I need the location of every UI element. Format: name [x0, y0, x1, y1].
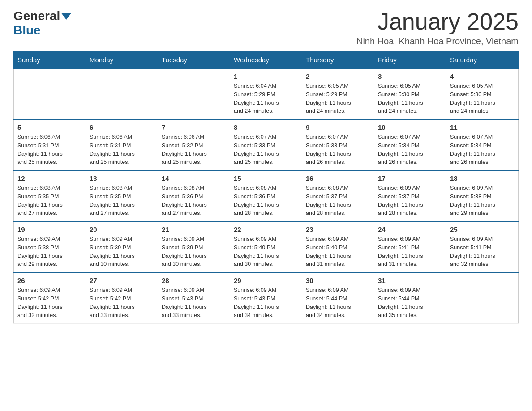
calendar-cell: 31Sunrise: 6:09 AMSunset: 5:44 PMDayligh… — [374, 273, 446, 324]
calendar-cell: 22Sunrise: 6:09 AMSunset: 5:40 PMDayligh… — [230, 222, 302, 273]
week-row-4: 19Sunrise: 6:09 AMSunset: 5:38 PMDayligh… — [14, 222, 519, 273]
day-number: 26 — [17, 277, 82, 284]
day-header-friday: Friday — [374, 51, 446, 69]
day-info: Sunrise: 6:09 AMSunset: 5:40 PMDaylight:… — [306, 235, 370, 269]
day-info: Sunrise: 6:09 AMSunset: 5:41 PMDaylight:… — [378, 235, 442, 269]
day-number: 13 — [90, 175, 154, 182]
title-section: January 2025 Ninh Hoa, Khanh Hoa Provinc… — [356, 9, 519, 47]
day-info: Sunrise: 6:05 AMSunset: 5:29 PMDaylight:… — [306, 82, 370, 116]
day-number: 22 — [234, 226, 298, 233]
day-number: 18 — [450, 175, 515, 182]
day-header-monday: Monday — [86, 51, 158, 69]
logo-arrow-icon — [61, 13, 72, 20]
calendar-cell: 23Sunrise: 6:09 AMSunset: 5:40 PMDayligh… — [302, 222, 374, 273]
week-row-1: 1Sunrise: 6:04 AMSunset: 5:29 PMDaylight… — [14, 68, 519, 120]
day-info: Sunrise: 6:04 AMSunset: 5:29 PMDaylight:… — [234, 82, 298, 116]
day-info: Sunrise: 6:08 AMSunset: 5:37 PMDaylight:… — [306, 184, 370, 218]
calendar-cell: 8Sunrise: 6:07 AMSunset: 5:33 PMDaylight… — [230, 120, 302, 171]
day-info: Sunrise: 6:08 AMSunset: 5:36 PMDaylight:… — [234, 184, 298, 218]
day-header-sunday: Sunday — [14, 51, 86, 69]
main-title: January 2025 — [356, 9, 519, 34]
day-info: Sunrise: 6:07 AMSunset: 5:33 PMDaylight:… — [234, 133, 298, 167]
calendar-cell: 28Sunrise: 6:09 AMSunset: 5:43 PMDayligh… — [158, 273, 230, 324]
day-number: 14 — [162, 175, 226, 182]
day-number: 31 — [378, 277, 442, 284]
day-info: Sunrise: 6:09 AMSunset: 5:44 PMDaylight:… — [306, 286, 370, 320]
day-info: Sunrise: 6:09 AMSunset: 5:40 PMDaylight:… — [234, 235, 298, 269]
logo: General Blue — [13, 9, 73, 38]
calendar-header: SundayMondayTuesdayWednesdayThursdayFrid… — [14, 51, 519, 69]
day-info: Sunrise: 6:08 AMSunset: 5:36 PMDaylight:… — [162, 184, 226, 218]
calendar-cell — [446, 273, 519, 324]
day-info: Sunrise: 6:06 AMSunset: 5:32 PMDaylight:… — [162, 133, 226, 167]
week-row-3: 12Sunrise: 6:08 AMSunset: 5:35 PMDayligh… — [14, 171, 519, 222]
day-number: 8 — [234, 124, 298, 131]
day-number: 17 — [378, 175, 442, 182]
day-info: Sunrise: 6:09 AMSunset: 5:44 PMDaylight:… — [378, 286, 442, 320]
calendar-body: 1Sunrise: 6:04 AMSunset: 5:29 PMDaylight… — [14, 68, 519, 324]
calendar-cell — [86, 68, 158, 120]
day-number: 12 — [17, 175, 82, 182]
day-info: Sunrise: 6:07 AMSunset: 5:33 PMDaylight:… — [306, 133, 370, 167]
logo-blue-text: Blue — [13, 23, 41, 37]
day-number: 9 — [306, 124, 370, 131]
day-info: Sunrise: 6:09 AMSunset: 5:38 PMDaylight:… — [450, 184, 515, 218]
day-number: 29 — [234, 277, 298, 284]
day-number: 1 — [234, 73, 298, 80]
day-info: Sunrise: 6:07 AMSunset: 5:34 PMDaylight:… — [378, 133, 442, 167]
calendar-cell: 11Sunrise: 6:07 AMSunset: 5:34 PMDayligh… — [446, 120, 519, 171]
calendar-cell — [158, 68, 230, 120]
calendar-cell: 9Sunrise: 6:07 AMSunset: 5:33 PMDaylight… — [302, 120, 374, 171]
calendar-cell: 1Sunrise: 6:04 AMSunset: 5:29 PMDaylight… — [230, 68, 302, 120]
calendar-cell: 17Sunrise: 6:09 AMSunset: 5:37 PMDayligh… — [374, 171, 446, 222]
day-header-tuesday: Tuesday — [158, 51, 230, 69]
calendar-table: SundayMondayTuesdayWednesdayThursdayFrid… — [13, 51, 519, 324]
day-info: Sunrise: 6:09 AMSunset: 5:39 PMDaylight:… — [162, 235, 226, 269]
day-number: 27 — [90, 277, 154, 284]
calendar-cell: 13Sunrise: 6:08 AMSunset: 5:35 PMDayligh… — [86, 171, 158, 222]
day-header-thursday: Thursday — [302, 51, 374, 69]
day-number: 19 — [17, 226, 82, 233]
day-info: Sunrise: 6:09 AMSunset: 5:37 PMDaylight:… — [378, 184, 442, 218]
day-number: 15 — [234, 175, 298, 182]
calendar-cell: 20Sunrise: 6:09 AMSunset: 5:39 PMDayligh… — [86, 222, 158, 273]
day-info: Sunrise: 6:06 AMSunset: 5:31 PMDaylight:… — [90, 133, 154, 167]
calendar-cell: 12Sunrise: 6:08 AMSunset: 5:35 PMDayligh… — [14, 171, 86, 222]
day-number: 21 — [162, 226, 226, 233]
day-number: 5 — [17, 124, 82, 131]
day-number: 25 — [450, 226, 515, 233]
day-info: Sunrise: 6:09 AMSunset: 5:43 PMDaylight:… — [234, 286, 298, 320]
day-number: 2 — [306, 73, 370, 80]
day-number: 28 — [162, 277, 226, 284]
calendar-cell: 29Sunrise: 6:09 AMSunset: 5:43 PMDayligh… — [230, 273, 302, 324]
day-number: 16 — [306, 175, 370, 182]
calendar-cell: 21Sunrise: 6:09 AMSunset: 5:39 PMDayligh… — [158, 222, 230, 273]
calendar-cell: 16Sunrise: 6:08 AMSunset: 5:37 PMDayligh… — [302, 171, 374, 222]
calendar-cell: 7Sunrise: 6:06 AMSunset: 5:32 PMDaylight… — [158, 120, 230, 171]
day-info: Sunrise: 6:08 AMSunset: 5:35 PMDaylight:… — [17, 184, 82, 218]
calendar-cell: 15Sunrise: 6:08 AMSunset: 5:36 PMDayligh… — [230, 171, 302, 222]
calendar-cell: 3Sunrise: 6:05 AMSunset: 5:30 PMDaylight… — [374, 68, 446, 120]
day-number: 10 — [378, 124, 442, 131]
day-info: Sunrise: 6:09 AMSunset: 5:43 PMDaylight:… — [162, 286, 226, 320]
calendar-cell: 30Sunrise: 6:09 AMSunset: 5:44 PMDayligh… — [302, 273, 374, 324]
day-info: Sunrise: 6:09 AMSunset: 5:42 PMDaylight:… — [17, 286, 82, 320]
day-info: Sunrise: 6:06 AMSunset: 5:31 PMDaylight:… — [17, 133, 82, 167]
calendar-cell — [14, 68, 86, 120]
day-number: 20 — [90, 226, 154, 233]
day-info: Sunrise: 6:07 AMSunset: 5:34 PMDaylight:… — [450, 133, 515, 167]
calendar-cell: 24Sunrise: 6:09 AMSunset: 5:41 PMDayligh… — [374, 222, 446, 273]
calendar-cell: 6Sunrise: 6:06 AMSunset: 5:31 PMDaylight… — [86, 120, 158, 171]
day-info: Sunrise: 6:05 AMSunset: 5:30 PMDaylight:… — [378, 82, 442, 116]
day-info: Sunrise: 6:09 AMSunset: 5:42 PMDaylight:… — [90, 286, 154, 320]
calendar-cell: 27Sunrise: 6:09 AMSunset: 5:42 PMDayligh… — [86, 273, 158, 324]
day-number: 3 — [378, 73, 442, 80]
calendar-cell: 26Sunrise: 6:09 AMSunset: 5:42 PMDayligh… — [14, 273, 86, 324]
calendar-cell: 19Sunrise: 6:09 AMSunset: 5:38 PMDayligh… — [14, 222, 86, 273]
day-number: 11 — [450, 124, 515, 131]
day-number: 7 — [162, 124, 226, 131]
day-info: Sunrise: 6:09 AMSunset: 5:38 PMDaylight:… — [17, 235, 82, 269]
calendar-cell: 4Sunrise: 6:05 AMSunset: 5:30 PMDaylight… — [446, 68, 519, 120]
day-number: 4 — [450, 73, 515, 80]
week-row-5: 26Sunrise: 6:09 AMSunset: 5:42 PMDayligh… — [14, 273, 519, 324]
